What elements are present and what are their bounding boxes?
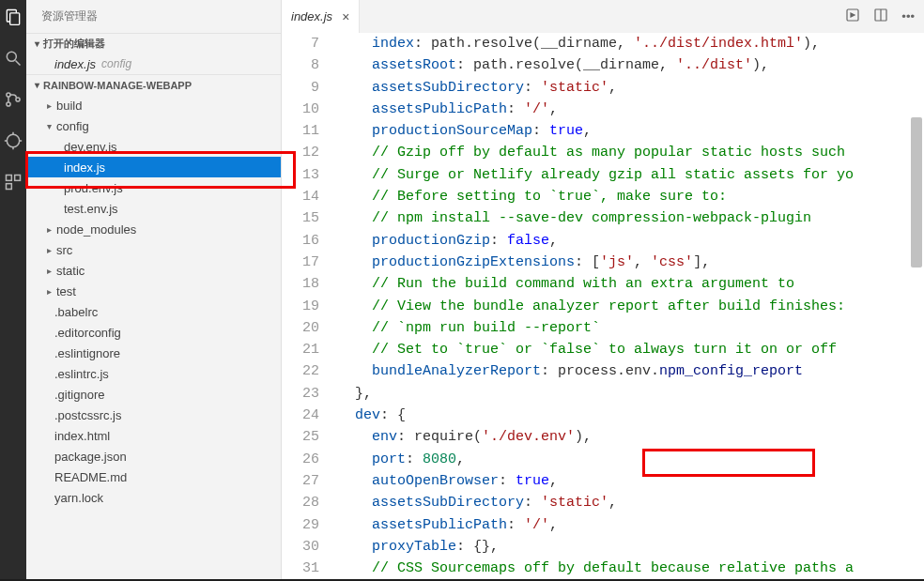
folder-item[interactable]: ▸static bbox=[26, 260, 281, 281]
code-line[interactable]: // Run the build command with an extra a… bbox=[338, 273, 924, 295]
line-number: 14 bbox=[282, 186, 319, 207]
tree-item-label: .eslintrc.js bbox=[54, 367, 109, 381]
code-body[interactable]: index: path.resolve(__dirname, '../dist/… bbox=[338, 33, 924, 581]
line-number: 16 bbox=[282, 230, 319, 252]
code-line[interactable]: index: path.resolve(__dirname, '../dist/… bbox=[338, 33, 924, 54]
file-item[interactable]: .gitignore bbox=[26, 384, 281, 405]
tree-item-label: dev.env.js bbox=[64, 140, 117, 154]
file-item[interactable]: .postcssrc.js bbox=[26, 405, 281, 425]
editor[interactable]: 7891011121314151617181920212223242526272… bbox=[282, 33, 924, 581]
svg-rect-13 bbox=[15, 176, 21, 181]
chevron-down-icon: ▾ bbox=[43, 121, 54, 131]
tree-item-label: test bbox=[56, 284, 76, 298]
tree-item-label: .gitignore bbox=[54, 388, 104, 402]
tree-item-label: package.json bbox=[54, 450, 127, 464]
extensions-icon[interactable] bbox=[2, 171, 24, 193]
line-number: 28 bbox=[282, 492, 319, 513]
git-icon[interactable] bbox=[2, 88, 24, 111]
tree-item-label: test.env.js bbox=[64, 202, 118, 216]
code-line[interactable]: assetsSubDirectory: 'static', bbox=[338, 77, 924, 99]
line-number: 17 bbox=[282, 252, 319, 273]
line-number: 7 bbox=[282, 33, 319, 54]
line-number: 8 bbox=[282, 54, 319, 76]
folder-item[interactable]: ▸test bbox=[26, 281, 281, 301]
chevron-down-icon: ▾ bbox=[30, 80, 43, 90]
folder-item[interactable]: ▸node_modules bbox=[26, 219, 281, 239]
line-number: 13 bbox=[282, 164, 319, 186]
file-item[interactable]: .eslintignore bbox=[26, 343, 281, 363]
tree-item-label: src bbox=[56, 243, 72, 257]
file-tree: ▸build▾configdev.env.jsindex.jsprod.env.… bbox=[26, 95, 281, 581]
folder-item[interactable]: ▸src bbox=[26, 239, 281, 260]
code-line[interactable]: assetsPublicPath: '/', bbox=[338, 99, 924, 120]
file-item[interactable]: .editorconfig bbox=[26, 322, 281, 343]
svg-rect-14 bbox=[7, 184, 12, 190]
tab-active[interactable]: index.js × bbox=[282, 0, 360, 33]
file-item[interactable]: yarn.lock bbox=[26, 487, 281, 508]
file-item[interactable]: .babelrc bbox=[26, 301, 281, 322]
code-line[interactable]: // View the bundle analyzer report after… bbox=[338, 296, 924, 317]
code-line[interactable]: assetsRoot: path.resolve(__dirname, '../… bbox=[338, 54, 924, 76]
line-gutter: 7891011121314151617181920212223242526272… bbox=[282, 33, 338, 581]
code-line[interactable]: // npm install --save-dev compression-we… bbox=[338, 207, 924, 229]
project-folder-header[interactable]: ▾ RAINBOW-MANAGE-WEBAPP bbox=[26, 74, 281, 95]
svg-point-4 bbox=[7, 93, 10, 97]
code-line[interactable]: productionGzip: false, bbox=[338, 230, 924, 252]
chevron-right-icon: ▸ bbox=[43, 266, 54, 276]
tree-item-label: yarn.lock bbox=[54, 491, 103, 505]
tree-item-label: node_modules bbox=[56, 222, 136, 237]
file-item[interactable]: test.env.js bbox=[26, 198, 281, 219]
code-line[interactable]: autoOpenBrowser: true, bbox=[338, 470, 924, 492]
code-line[interactable]: // Surge or Netlify already gzip all sta… bbox=[338, 164, 924, 186]
code-line[interactable]: proxyTable: {}, bbox=[338, 536, 924, 558]
editor-tabs: index.js × ••• bbox=[282, 0, 924, 33]
tree-item-label: .postcssrc.js bbox=[54, 408, 122, 422]
folder-item[interactable]: ▾config bbox=[26, 115, 281, 136]
open-editors-header[interactable]: ▾ 打开的编辑器 bbox=[26, 33, 281, 54]
file-item[interactable]: package.json bbox=[26, 446, 281, 466]
code-line[interactable]: bundleAnalyzerReport: process.env.npm_co… bbox=[338, 360, 924, 382]
file-item[interactable]: dev.env.js bbox=[26, 136, 281, 157]
line-number: 30 bbox=[282, 536, 319, 558]
search-icon[interactable] bbox=[2, 47, 24, 69]
line-number: 21 bbox=[282, 339, 319, 360]
preview-icon[interactable] bbox=[845, 8, 860, 25]
svg-point-7 bbox=[7, 134, 19, 146]
code-line[interactable]: productionSourceMap: true, bbox=[338, 120, 924, 142]
file-item[interactable]: index.js bbox=[26, 157, 281, 177]
file-item[interactable]: README.md bbox=[26, 466, 281, 487]
activity-bar bbox=[0, 0, 26, 581]
line-number: 31 bbox=[282, 558, 319, 579]
explorer-icon[interactable] bbox=[2, 6, 24, 28]
code-line[interactable]: dev: { bbox=[338, 405, 924, 426]
file-item[interactable]: .eslintrc.js bbox=[26, 363, 281, 384]
more-icon[interactable]: ••• bbox=[901, 9, 915, 23]
folder-item[interactable]: ▸build bbox=[26, 95, 281, 115]
code-line[interactable]: }, bbox=[338, 383, 924, 405]
code-line[interactable]: // Gzip off by default as many popular s… bbox=[338, 142, 924, 163]
line-number: 10 bbox=[282, 99, 319, 120]
code-line[interactable]: // CSS Sourcemaps off by default because… bbox=[338, 558, 924, 579]
line-number: 12 bbox=[282, 142, 319, 163]
tree-item-label: index.html bbox=[54, 429, 110, 443]
code-line[interactable]: productionGzipExtensions: ['js', 'css'], bbox=[338, 252, 924, 273]
code-line[interactable]: // Set to `true` or `false` to always tu… bbox=[338, 339, 924, 360]
open-editor-item[interactable]: index.js config bbox=[26, 54, 281, 74]
file-item[interactable]: index.html bbox=[26, 425, 281, 446]
debug-icon[interactable] bbox=[2, 130, 24, 152]
close-icon[interactable]: × bbox=[342, 9, 349, 24]
code-line[interactable]: env: require('./dev.env'), bbox=[338, 426, 924, 448]
tree-item-label: prod.env.js bbox=[64, 181, 123, 195]
split-editor-icon[interactable] bbox=[873, 8, 888, 25]
tree-item-label: static bbox=[56, 264, 85, 278]
line-number: 23 bbox=[282, 383, 319, 405]
scrollbar-vertical[interactable] bbox=[911, 117, 922, 268]
chevron-right-icon: ▸ bbox=[43, 245, 54, 255]
file-item[interactable]: prod.env.js bbox=[26, 177, 281, 198]
code-line[interactable]: // `npm run build --report` bbox=[338, 317, 924, 339]
code-line[interactable]: assetsPublicPath: '/', bbox=[338, 514, 924, 536]
code-line[interactable]: port: 8080, bbox=[338, 449, 924, 470]
code-line[interactable]: // Before setting to `true`, make sure t… bbox=[338, 186, 924, 207]
editor-actions: ••• bbox=[845, 8, 924, 25]
code-line[interactable]: assetsSubDirectory: 'static', bbox=[338, 492, 924, 513]
